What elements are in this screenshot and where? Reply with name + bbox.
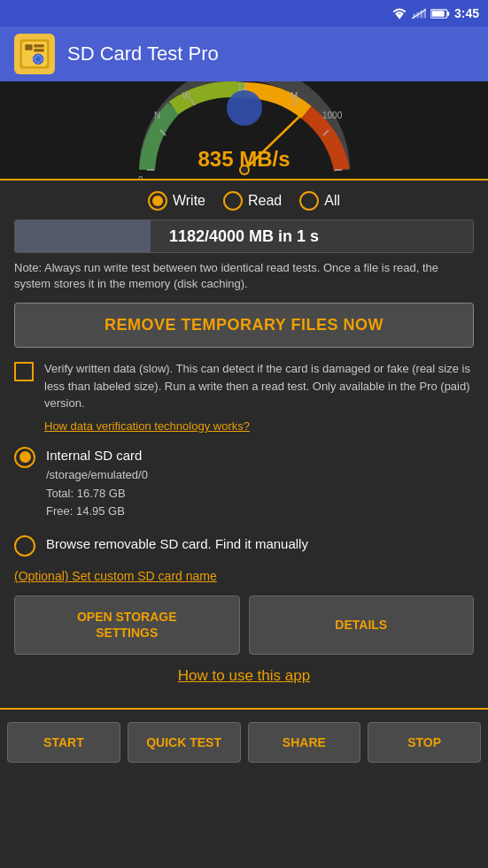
svg-marker-0 [395, 14, 403, 19]
radio-all[interactable]: All [299, 191, 340, 211]
signal-icon [412, 7, 426, 19]
radio-group: Write Read All [14, 191, 474, 211]
verify-link[interactable]: How data verification technology works? [14, 419, 474, 433]
storage-radio-internal[interactable] [14, 447, 35, 468]
title-bar: SD Card Test Pro [0, 27, 488, 81]
share-button[interactable]: SHARE [248, 722, 361, 763]
status-bar: 3:45 [0, 0, 488, 27]
radio-all-label: All [324, 193, 340, 209]
bottom-divider [0, 708, 488, 710]
storage-label-internal: Internal SD card [46, 445, 148, 466]
svg-rect-7 [447, 12, 449, 16]
svg-text:N: N [154, 111, 160, 120]
radio-write-inner [152, 196, 163, 206]
gauge-container: 0 N W 12 M 1000 835 MB/s [129, 81, 360, 179]
how-to-link[interactable]: How to use this app [14, 667, 474, 685]
details-button[interactable]: DETAILS [249, 595, 475, 654]
svg-rect-11 [25, 44, 32, 50]
optional-label[interactable]: (Optional) Set custom SD card name [14, 569, 474, 583]
storage-label-removable: Browse removable SD card. Find it manual… [46, 534, 308, 555]
wifi-icon [391, 7, 407, 19]
storage-info-internal: Internal SD card /storage/emulated/0 Tot… [46, 445, 148, 521]
status-icons: 3:45 [391, 6, 479, 20]
svg-text:M: M [290, 91, 298, 101]
svg-point-32 [227, 90, 262, 126]
storage-radio-internal-inner [19, 451, 31, 463]
open-storage-line2: SETTINGS [22, 625, 232, 641]
progress-fill [15, 220, 151, 252]
app-icon [14, 34, 55, 74]
svg-rect-12 [34, 44, 44, 47]
svg-text:W: W [182, 91, 191, 101]
radio-all-outer[interactable] [299, 191, 319, 211]
storage-option-removable[interactable]: Browse removable SD card. Find it manual… [14, 534, 474, 557]
note-text: Note: Always run write test between two … [14, 260, 474, 292]
verify-section: Verify written data (slow). This can det… [14, 360, 474, 412]
storage-total-internal: Total: 16.78 GB [46, 485, 148, 503]
svg-point-14 [33, 54, 43, 65]
svg-rect-8 [432, 11, 445, 16]
stop-button[interactable]: STOP [368, 722, 481, 763]
svg-text:1000: 1000 [322, 111, 343, 120]
verify-checkbox[interactable] [14, 362, 34, 381]
start-button[interactable]: START [7, 722, 120, 763]
open-storage-line1: OPEN STORAGE [22, 609, 232, 625]
remove-temp-files-button[interactable]: REMOVE TEMPORARY FILES NOW [14, 303, 474, 348]
radio-write-outer[interactable] [148, 191, 167, 211]
radio-read-outer[interactable] [223, 191, 243, 211]
status-time: 3:45 [454, 6, 479, 20]
open-storage-settings-button[interactable]: OPEN STORAGE SETTINGS [14, 595, 240, 654]
battery-icon [430, 8, 450, 19]
storage-radio-removable[interactable] [14, 535, 35, 557]
speedometer-area: 0 N W 12 M 1000 835 MB/s [0, 81, 488, 179]
storage-section: Internal SD card /storage/emulated/0 Tot… [14, 445, 474, 557]
storage-path-internal: /storage/emulated/0 [46, 466, 148, 485]
progress-bar: 1182/4000 MB in 1 s [14, 219, 474, 253]
buttons-row: OPEN STORAGE SETTINGS DETAILS [14, 595, 474, 654]
svg-rect-13 [34, 49, 44, 51]
radio-read[interactable]: Read [223, 191, 282, 211]
verify-text: Verify written data (slow). This can det… [44, 360, 474, 412]
storage-option-internal[interactable]: Internal SD card /storage/emulated/0 Tot… [14, 445, 474, 521]
radio-write[interactable]: Write [148, 191, 205, 211]
svg-text:0: 0 [138, 175, 143, 179]
storage-free-internal: Free: 14.95 GB [46, 503, 148, 521]
radio-read-label: Read [248, 193, 282, 209]
quick-test-button[interactable]: QUICK TEST [128, 722, 241, 763]
action-buttons: START QUICK TEST SHARE STOP [0, 717, 488, 773]
progress-text: 1182/4000 MB in 1 s [169, 227, 319, 246]
main-content: Write Read All 1182/4000 MB in 1 s Note:… [0, 181, 488, 708]
speed-value: 835 MB/s [198, 147, 290, 172]
radio-write-label: Write [173, 193, 205, 209]
storage-info-removable: Browse removable SD card. Find it manual… [46, 534, 308, 555]
app-title: SD Card Test Pro [67, 42, 219, 65]
